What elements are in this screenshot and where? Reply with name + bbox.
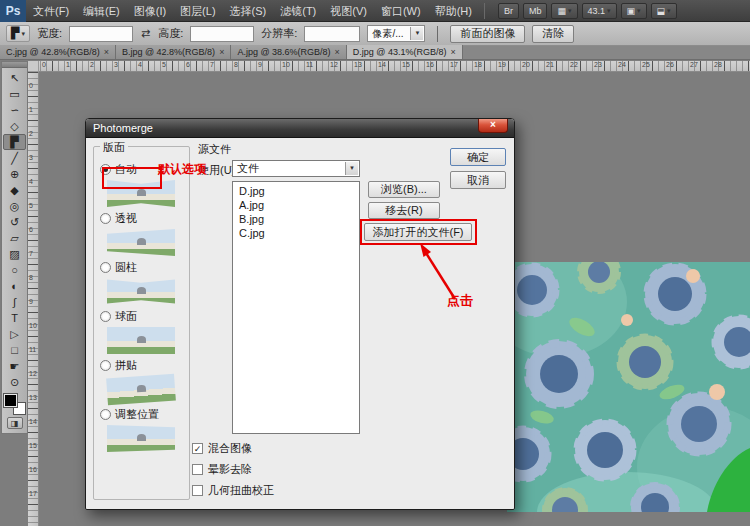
mini-bridge-button-label: Mb	[529, 6, 542, 16]
radio-button[interactable]	[100, 262, 111, 273]
eraser-tool[interactable]: ▱	[3, 230, 26, 246]
type-tool[interactable]: T	[3, 310, 26, 326]
quick-mask-button[interactable]: ◨	[7, 417, 23, 429]
blur-tool[interactable]: ○	[3, 262, 26, 278]
swap-dimensions-icon[interactable]: ⇄	[140, 27, 151, 40]
file-item[interactable]: D.jpg	[233, 184, 359, 198]
ok-button[interactable]: 确定	[450, 148, 506, 166]
resolution-unit-select[interactable]: 像素/... ▼	[367, 25, 425, 42]
shape-tool[interactable]: □	[3, 342, 26, 358]
checkbox-checked[interactable]: ✓	[192, 443, 203, 454]
checkbox-row-3[interactable]: 几何扭曲校正	[192, 483, 274, 498]
crop-tool[interactable]: ▛	[3, 134, 26, 150]
radio-button[interactable]	[100, 311, 111, 322]
gradient-tool[interactable]: ▨	[3, 246, 26, 262]
checkbox-row-1[interactable]: ✓混合图像	[192, 441, 274, 456]
color-swatches	[4, 394, 26, 415]
layout-options: 自动透视圆柱球面拼贴调整位置	[94, 162, 189, 452]
remove-button[interactable]: 移去(R)	[368, 202, 440, 219]
menu-item-4[interactable]: 图层(L)	[173, 0, 222, 22]
tab-close-icon[interactable]: ×	[335, 48, 340, 57]
healing-brush-tool[interactable]: ⊕	[3, 166, 26, 182]
foreground-color-swatch[interactable]	[4, 394, 17, 407]
tab-close-icon[interactable]: ×	[219, 48, 224, 57]
menu-bar: Ps 文件(F)编辑(E)图像(I)图层(L)选择(S)滤镜(T)视图(V)窗口…	[0, 0, 750, 22]
front-image-button[interactable]: 前面的图像	[450, 25, 525, 43]
radio-button[interactable]	[100, 213, 111, 224]
move-tool[interactable]: ↖	[3, 70, 26, 86]
menu-item-6[interactable]: 滤镜(T)	[273, 0, 323, 22]
radio-button[interactable]	[100, 409, 111, 420]
view-extras-button-label: ▦	[557, 6, 566, 16]
tab-close-icon[interactable]: ×	[104, 48, 109, 57]
dialog-title-bar[interactable]: Photomerge	[86, 119, 514, 138]
brush-tool[interactable]: ◆	[3, 182, 26, 198]
width-input[interactable]	[69, 26, 133, 42]
cancel-button[interactable]: 取消	[450, 171, 506, 189]
source-file-list[interactable]: D.jpgA.jpgB.jpgC.jpg	[232, 181, 360, 434]
menu-item-7[interactable]: 视图(V)	[323, 0, 374, 22]
ruler-number: 27	[690, 61, 698, 68]
path-selection-tool[interactable]: ▷	[3, 326, 26, 342]
ruler-number: 15	[29, 442, 37, 449]
checkbox-unchecked[interactable]	[192, 464, 203, 475]
quick-selection-tool[interactable]: ◇	[3, 118, 26, 134]
clear-button[interactable]: 清除	[532, 25, 574, 43]
menu-item-9[interactable]: 帮助(H)	[428, 0, 479, 22]
layout-option-6[interactable]: 调整位置	[94, 407, 189, 422]
pen-tool[interactable]: ∫	[3, 294, 26, 310]
document-tab-4[interactable]: D.jpg @ 43.1%(RGB/8)×	[347, 45, 463, 59]
zoom-tool[interactable]: ⊙	[3, 374, 26, 390]
menu-item-2[interactable]: 编辑(E)	[76, 0, 127, 22]
zoom-level-button[interactable]: 43.1▾	[582, 3, 617, 19]
ruler-number: 4	[29, 178, 33, 185]
layout-option-2[interactable]: 透视	[94, 211, 189, 226]
dodge-tool[interactable]: ◐	[3, 278, 26, 294]
tool-buttons: ↖▭∽◇▛╱⊕◆◎↺▱▨○◐∫T▷□☛⊙	[2, 70, 27, 390]
menu-item-8[interactable]: 窗口(W)	[374, 0, 428, 22]
arrange-documents-button[interactable]: ▣▾	[621, 3, 647, 19]
lasso-tool[interactable]: ∽	[3, 102, 26, 118]
file-item[interactable]: B.jpg	[233, 212, 359, 226]
mini-bridge-button[interactable]: Mb	[523, 3, 548, 19]
tab-label: B.jpg @ 42.8%(RGB/8)	[122, 47, 215, 57]
width-label: 宽度:	[37, 26, 62, 41]
use-select[interactable]: 文件 ▼	[232, 160, 360, 177]
annotation-rect-auto	[102, 167, 162, 189]
document-tab-2[interactable]: B.jpg @ 42.8%(RGB/8)×	[116, 45, 231, 59]
eyedropper-tool[interactable]: ╱	[3, 150, 26, 166]
height-input[interactable]	[190, 26, 254, 42]
menu-item-5[interactable]: 选择(S)	[223, 0, 274, 22]
menu-item-3[interactable]: 图像(I)	[127, 0, 173, 22]
view-extras-button[interactable]: ▦▾	[551, 3, 577, 19]
layout-option-4[interactable]: 球面	[94, 309, 189, 324]
radio-button[interactable]	[100, 360, 111, 371]
layout-option-3[interactable]: 圆柱	[94, 260, 189, 275]
hand-tool[interactable]: ☛	[3, 358, 26, 374]
document-tab-3[interactable]: A.jpg @ 38.6%(RGB/8)×	[231, 45, 346, 59]
marquee-tool[interactable]: ▭	[3, 86, 26, 102]
ruler-number: 7	[29, 250, 33, 257]
browse-button[interactable]: 浏览(B)...	[368, 181, 440, 198]
close-button[interactable]: ×	[478, 119, 508, 133]
file-item[interactable]: A.jpg	[233, 198, 359, 212]
panel-grip[interactable]	[2, 62, 27, 68]
document-tab-1[interactable]: C.jpg @ 42.8%(RGB/8)×	[0, 45, 116, 59]
menu-item-1[interactable]: 文件(F)	[26, 0, 76, 22]
checkbox-unchecked[interactable]	[192, 485, 203, 496]
layout-option-5[interactable]: 拼贴	[94, 358, 189, 373]
ruler-number: 16	[29, 466, 37, 473]
tool-preset-picker[interactable]: ▛ ▾	[6, 25, 30, 42]
history-brush-tool[interactable]: ↺	[3, 214, 26, 230]
tab-close-icon[interactable]: ×	[451, 48, 456, 57]
unit-value: 像素/...	[372, 28, 403, 39]
file-item[interactable]: C.jpg	[233, 226, 359, 240]
ruler-number: 7	[210, 61, 214, 68]
radio-label: 调整位置	[115, 407, 159, 422]
clone-stamp-tool[interactable]: ◎	[3, 198, 26, 214]
layout-thumbnail-2	[107, 229, 175, 256]
checkbox-row-2[interactable]: 晕影去除	[192, 462, 274, 477]
resolution-input[interactable]	[304, 26, 360, 42]
screen-mode-button[interactable]: ⬓▾	[651, 3, 677, 19]
bridge-button[interactable]: Br	[498, 3, 519, 19]
